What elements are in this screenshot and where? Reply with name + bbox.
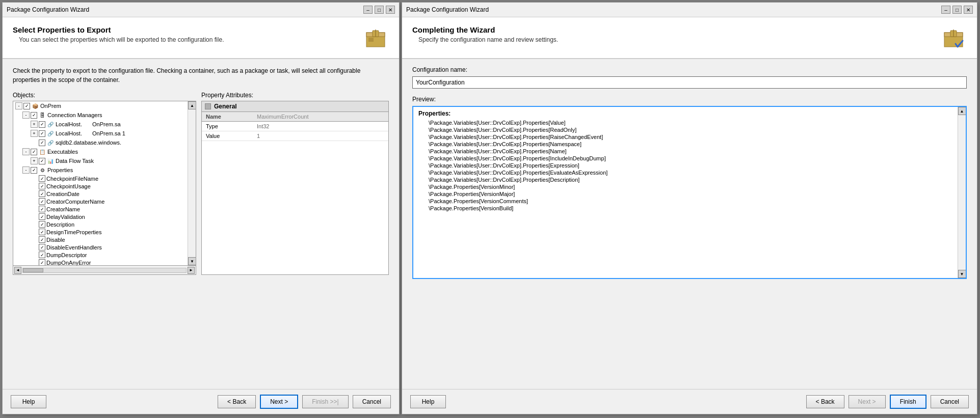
checkbox-sqldb2[interactable]: ✓ (39, 140, 45, 146)
tree-item-connmgr[interactable]: - ✓ 🗄 Connection Managers (13, 110, 188, 120)
hscroll-bar[interactable] (22, 268, 187, 273)
tree-item-dumponanyerror[interactable]: ✓ DumpOnAnyError (13, 259, 188, 265)
checkbox-creatorcomputername[interactable]: ✓ (39, 198, 45, 205)
checkbox-dataflow[interactable]: ✓ (39, 158, 45, 164)
property-attributes-label: Property Attributes: (201, 92, 389, 99)
hscroll-thumb (23, 268, 43, 272)
text-designtimeprops: DesignTimeProperties (46, 229, 101, 235)
expander-properties-group[interactable]: - (22, 166, 30, 174)
left-cancel-button[interactable]: Cancel (353, 395, 391, 408)
checkbox-checkpointfilename[interactable]: ✓ (39, 175, 45, 182)
tree-item-creatorname[interactable]: ✓ CreatorName (13, 205, 188, 213)
icon-executables: 📋 (38, 148, 46, 156)
text-checkpointusage: CheckpointUsage (46, 183, 91, 189)
left-window-title: Package Configuration Wizard (7, 6, 89, 13)
tree-item-sqldb2[interactable]: ✓ 🔗 sqldb2.database.windows. (13, 138, 188, 147)
checkbox-dumpdescriptor[interactable]: ✓ (39, 252, 45, 258)
left-next-button[interactable]: Next > (260, 395, 298, 409)
right-back-button[interactable]: < Back (806, 395, 844, 408)
checkbox-properties-group[interactable]: ✓ (31, 167, 37, 174)
tree-item-description[interactable]: ✓ Description (13, 220, 188, 228)
preview-scroll-up[interactable]: ▲ (958, 107, 966, 115)
checkbox-executables[interactable]: ✓ (31, 149, 37, 155)
tree-item-disable[interactable]: ✓ Disable (13, 236, 188, 243)
hscroll-right[interactable]: ► (188, 267, 195, 274)
left-wizard-header: Select Properties to Export You can sele… (3, 17, 399, 59)
tree-item-designtimeprops[interactable]: ✓ DesignTimeProperties (13, 228, 188, 236)
scroll-up-arrow[interactable]: ▲ (188, 101, 196, 109)
checkbox-dumponanyerror[interactable]: ✓ (39, 259, 45, 265)
checkbox-connmgr[interactable]: ✓ (31, 112, 37, 119)
icon-localhost1: 🔗 (46, 120, 55, 128)
tree-vscroll[interactable]: ▲ ▼ (188, 101, 196, 265)
right-header-text: Completing the Wizard Specify the config… (412, 25, 558, 43)
expander-connmgr[interactable]: - (22, 112, 30, 119)
expander-localhost2[interactable]: + (31, 130, 38, 137)
text-properties-group: Properties (47, 167, 73, 173)
text-checkpointfilename: CheckpointFileName (46, 176, 98, 182)
right-finish-button[interactable]: Finish (890, 395, 926, 409)
preview-content-area[interactable]: Properties: \Package.Variables[User::Drv… (413, 107, 958, 278)
tree-hscroll[interactable]: ◄ ► (13, 266, 196, 275)
text-localhost1-suffix: OnPrem.sa (92, 121, 121, 127)
preview-scroll-down[interactable]: ▼ (958, 270, 966, 278)
tree-item-creatorcomputername[interactable]: ✓ CreatorComputerName (13, 198, 188, 205)
preview-item-3: \Package.Variables[User::DrvColExp].Prop… (418, 141, 952, 148)
expander-localhost1[interactable]: + (31, 121, 38, 128)
checkbox-disable[interactable]: ✓ (39, 236, 45, 243)
left-maximize-button[interactable]: □ (375, 6, 384, 14)
tree-item-checkpointusage[interactable]: ✓ CheckpointUsage (13, 182, 188, 190)
right-minimize-button[interactable]: – (941, 6, 950, 14)
checkbox-disableeventhandlers[interactable]: ✓ (39, 244, 45, 250)
checkbox-onprem[interactable]: ✓ (23, 103, 30, 109)
checkbox-description[interactable]: ✓ (39, 221, 45, 228)
right-help-button[interactable]: Help (410, 395, 446, 408)
tree-item-dataflow[interactable]: + ✓ 📊 Data Flow Task (13, 156, 188, 165)
left-minimize-button[interactable]: – (363, 6, 373, 14)
right-maximize-button[interactable]: □ (952, 6, 962, 14)
checkbox-creationdate[interactable]: ✓ (39, 190, 45, 197)
checkbox-creatorname[interactable]: ✓ (39, 206, 45, 212)
left-close-button[interactable]: ✕ (386, 6, 395, 14)
expander-onprem[interactable]: - (15, 102, 22, 109)
preview-scrollbar[interactable]: ▲ ▼ (958, 107, 966, 278)
checkbox-designtimeprops[interactable]: ✓ (39, 229, 45, 235)
prop-value-value: 1 (253, 131, 388, 141)
tree-item-disableeventhandlers[interactable]: ✓ DisableEventHandlers (13, 243, 188, 251)
text-localhost2-suffix: OnPrem.sa 1 (92, 130, 125, 136)
preview-item-1: \Package.Variables[User::DrvColExp].Prop… (418, 126, 952, 133)
tree-item-localhost2[interactable]: + ✓ 🔗 LocalHost. OnPrem.sa 1 (13, 129, 188, 138)
right-cancel-button[interactable]: Cancel (931, 395, 969, 408)
right-wizard-content: Configuration name: Preview: Properties:… (402, 59, 977, 389)
left-help-button[interactable]: Help (11, 395, 46, 408)
tree-item-delayvalidation[interactable]: ✓ DelayValidation (13, 213, 188, 220)
prop-col-name: Name (202, 112, 253, 121)
tree-item-localhost1[interactable]: + ✓ 🔗 LocalHost. OnPrem.sa (13, 120, 188, 129)
tree-item-creationdate[interactable]: ✓ CreationDate (13, 190, 188, 198)
expander-executables[interactable]: - (22, 148, 30, 155)
config-name-input[interactable] (412, 76, 967, 89)
right-header-title: Completing the Wizard (412, 25, 558, 34)
tree-item-dumpdescriptor[interactable]: ✓ DumpDescriptor (13, 251, 188, 259)
right-next-button: Next > (849, 395, 886, 408)
scroll-down-arrow[interactable]: ▼ (188, 257, 196, 265)
checkbox-delayvalidation[interactable]: ✓ (39, 213, 45, 220)
checkbox-localhost1[interactable]: ✓ (39, 121, 45, 128)
tree-view[interactable]: - ✓ 📦 OnPrem - ✓ 🗄 Connection Managers (13, 101, 196, 266)
tree-item-executables[interactable]: - ✓ 📋 Executables (13, 147, 188, 156)
tree-scroll-area[interactable]: - ✓ 📦 OnPrem - ✓ 🗄 Connection Managers (13, 101, 188, 265)
right-title-bar: Package Configuration Wizard – □ ✕ (402, 3, 977, 17)
checkbox-checkpointusage[interactable]: ✓ (39, 183, 45, 189)
left-back-button[interactable]: < Back (218, 395, 256, 408)
text-dumpdescriptor: DumpDescriptor (46, 252, 87, 258)
tree-item-onprem[interactable]: - ✓ 📦 OnPrem (13, 101, 188, 110)
text-creatorname: CreatorName (46, 206, 80, 212)
tree-item-properties-group[interactable]: - ✓ ⚙ Properties (13, 165, 188, 175)
prop-col-value: MaximumErrorCount (253, 112, 388, 121)
tree-item-checkpointfilename[interactable]: ✓ CheckpointFileName (13, 175, 188, 182)
hscroll-left[interactable]: ◄ (14, 267, 21, 274)
checkbox-localhost2[interactable]: ✓ (39, 130, 45, 137)
preview-item-12: \Package.Properties[VersionBuild] (418, 205, 952, 212)
right-close-button[interactable]: ✕ (964, 6, 973, 14)
expander-dataflow[interactable]: + (31, 157, 38, 164)
